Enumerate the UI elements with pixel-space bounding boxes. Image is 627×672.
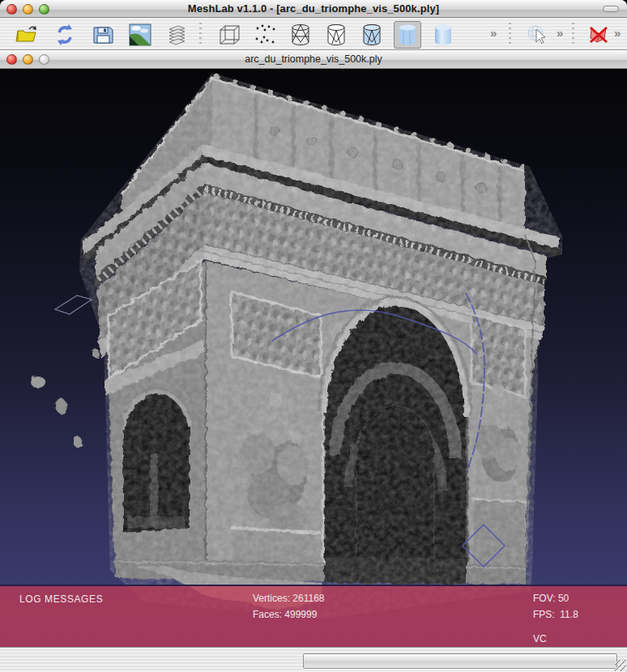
delete-red-x-icon [586, 23, 611, 47]
fps-value: FPS: 11.8 [533, 609, 578, 620]
snapshot-button[interactable] [126, 21, 154, 49]
faces-count: Faces: 499999 [253, 609, 317, 620]
trackball-globe-cursor-icon [525, 23, 549, 47]
statusbar [0, 647, 627, 672]
layers-icon [164, 23, 189, 47]
meshlab-window: MeshLab v1.1.0 - [arc_du_triomphe_vis_50… [0, 0, 627, 672]
toolbar-toggle-button[interactable] [603, 6, 619, 12]
toolbar: » » » [0, 18, 627, 50]
bounding-box-icon [217, 23, 241, 47]
layers-button[interactable] [163, 21, 190, 49]
progress-bar [303, 653, 617, 669]
fov-value: FOV: 50 [533, 593, 569, 604]
open-button[interactable] [13, 21, 41, 49]
document-titlebar[interactable]: arc_du_triomphe_vis_500k.ply [0, 50, 627, 69]
flat-shading-icon [395, 23, 420, 47]
toolbar-separator [572, 23, 574, 47]
titlebar[interactable]: MeshLab v1.1.0 - [arc_du_triomphe_vis_50… [0, 0, 627, 18]
toolbar-separator [509, 23, 511, 47]
save-floppy-icon [91, 23, 115, 47]
points-mode-button[interactable] [251, 21, 279, 49]
window-title: MeshLab v1.1.0 - [arc_du_triomphe_vis_50… [0, 2, 627, 15]
flat-lines-icon [360, 23, 384, 47]
smooth-shading-mode-button[interactable] [429, 21, 457, 49]
wireframe-mode-button[interactable] [287, 21, 314, 49]
log-messages-title: LOG MESSAGES [19, 593, 103, 605]
document-title: arc_du_triomphe_vis_500k.ply [0, 53, 627, 65]
toolbar-overflow-chevron[interactable]: » [614, 26, 621, 40]
resize-grip[interactable] [615, 660, 626, 671]
hidden-lines-mode-button[interactable] [322, 21, 350, 49]
save-button[interactable] [89, 21, 117, 49]
snapshot-icon [129, 23, 151, 46]
mesh-texture-overlay [49, 71, 583, 638]
toolbar-separator [199, 23, 202, 47]
trackball-manipulator-button[interactable] [523, 21, 551, 49]
flat-lines-mode-button[interactable] [358, 21, 386, 49]
toolbar-overflow-chevron[interactable]: » [557, 26, 563, 40]
open-folder-icon [15, 23, 39, 47]
color-mode-indicator: VC [533, 633, 547, 644]
points-icon [253, 23, 277, 47]
hidden-lines-icon [324, 23, 348, 47]
delete-mesh-button[interactable] [585, 21, 612, 49]
viewport-canvas[interactable] [0, 69, 627, 647]
toolbar-overflow-chevron[interactable]: » [490, 26, 497, 40]
reload-button[interactable] [51, 21, 79, 49]
smooth-shading-icon [431, 23, 455, 47]
reload-icon [53, 23, 77, 47]
bounding-box-mode-button[interactable] [215, 21, 243, 49]
gl-viewport[interactable]: LOG MESSAGES Vertices: 261168 Faces: 499… [0, 69, 627, 647]
wireframe-icon [288, 23, 313, 47]
vertices-count: Vertices: 261168 [253, 593, 325, 604]
log-messages-bar: LOG MESSAGES Vertices: 261168 Faces: 499… [0, 585, 627, 647]
flat-shading-mode-button[interactable] [394, 21, 421, 49]
